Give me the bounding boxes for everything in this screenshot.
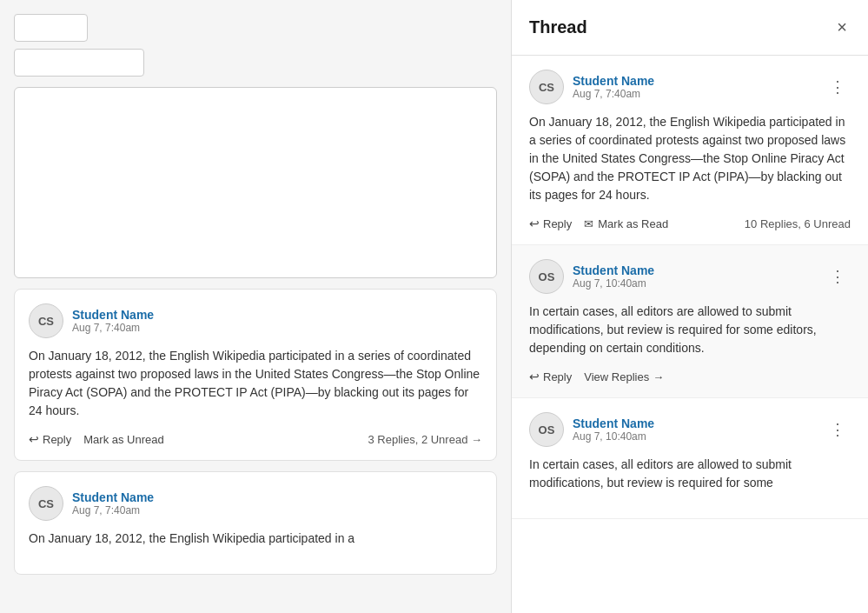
thread-student-time-1: Aug 7, 7:40am: [573, 88, 654, 100]
thread-reply-button-2[interactable]: ↩ Reply: [529, 370, 572, 383]
thread-msg-user-2: OS Student Name Aug 7, 10:40am: [529, 259, 654, 294]
thread-title: Thread: [529, 17, 587, 37]
thread-student-name-2: Student Name: [573, 263, 654, 277]
card-actions-1: ↩ Reply Mark as Unread 3 Replies, 2 Unre…: [29, 432, 482, 446]
thread-message-2: OS Student Name Aug 7, 10:40am ⋮ In cert…: [512, 245, 868, 398]
mark-unread-button-1[interactable]: Mark as Unread: [83, 433, 163, 446]
thread-message-1: CS Student Name Aug 7, 7:40am ⋮ On Janua…: [512, 56, 868, 245]
thread-student-name-3: Student Name: [573, 416, 654, 430]
input-row: [14, 14, 497, 77]
thread-avatar-1: CS: [529, 70, 564, 104]
avatar-1: CS: [29, 303, 63, 338]
message-card-2: CS Student Name Aug 7, 7:40am On January…: [14, 471, 497, 575]
more-options-button-3[interactable]: ⋮: [825, 420, 851, 439]
thread-msg-user-1: CS Student Name Aug 7, 7:40am: [529, 70, 654, 104]
thread-messages: CS Student Name Aug 7, 7:40am ⋮ On Janua…: [512, 56, 868, 613]
thread-msg-header-1: CS Student Name Aug 7, 7:40am ⋮: [529, 70, 851, 104]
more-options-button-1[interactable]: ⋮: [825, 77, 851, 97]
thread-header: Thread ×: [512, 0, 868, 56]
envelope-icon-1: ✉: [584, 217, 593, 230]
thread-msg-header-3: OS Student Name Aug 7, 10:40am ⋮: [529, 412, 851, 447]
input-field-1[interactable]: [14, 14, 88, 42]
thread-user-info-1: Student Name Aug 7, 7:40am: [573, 74, 654, 100]
thread-student-time-3: Aug 7, 10:40am: [573, 430, 654, 443]
thread-replies-count-1: 10 Replies, 6 Unread: [745, 217, 851, 230]
thread-reply-button-1[interactable]: ↩ Reply: [529, 217, 572, 230]
thread-msg-user-3: OS Student Name Aug 7, 10:40am: [529, 412, 654, 447]
view-replies-button-2[interactable]: View Replies →: [584, 370, 664, 383]
reply-icon-1: ↩: [29, 432, 39, 446]
message-card-1: CS Student Name Aug 7, 7:40am On January…: [14, 289, 497, 461]
more-options-button-2[interactable]: ⋮: [825, 267, 851, 286]
reply-button-1[interactable]: ↩ Reply: [29, 432, 71, 446]
thread-student-time-2: Aug 7, 10:40am: [573, 277, 654, 290]
thread-msg-body-2: In certain cases, all editors are allowe…: [529, 303, 851, 357]
thread-reply-icon-1: ↩: [529, 217, 540, 230]
thread-reply-icon-2: ↩: [529, 370, 540, 383]
thread-msg-header-2: OS Student Name Aug 7, 10:40am ⋮: [529, 259, 851, 294]
thread-msg-body-1: On January 18, 2012, the English Wikiped…: [529, 113, 851, 204]
thread-msg-body-3: In certain cases, all editors are allowe…: [529, 456, 851, 492]
thread-avatar-3: OS: [529, 412, 564, 447]
message-body-1: On January 18, 2012, the English Wikiped…: [29, 347, 482, 420]
student-name-2: Student Name: [72, 490, 154, 504]
thread-actions-2: ↩ Reply View Replies →: [529, 370, 851, 383]
compose-area[interactable]: [14, 87, 497, 278]
student-name-1: Student Name: [72, 308, 154, 322]
left-panel: CS Student Name Aug 7, 7:40am On January…: [0, 0, 511, 613]
card-header-2: CS Student Name Aug 7, 7:40am: [29, 486, 482, 521]
card-header-1: CS Student Name Aug 7, 7:40am: [29, 303, 482, 338]
thread-user-info-3: Student Name Aug 7, 10:40am: [573, 416, 654, 443]
thread-student-name-1: Student Name: [573, 74, 654, 88]
mark-read-button-1[interactable]: ✉ Mark as Read: [584, 217, 668, 230]
student-time-1: Aug 7, 7:40am: [72, 322, 154, 334]
thread-actions-1: ↩ Reply ✉ Mark as Read 10 Replies, 6 Unr…: [529, 217, 851, 230]
close-button[interactable]: ×: [833, 14, 851, 41]
student-time-2: Aug 7, 7:40am: [72, 504, 154, 516]
thread-message-3: OS Student Name Aug 7, 10:40am ⋮ In cert…: [512, 398, 868, 519]
message-body-2: On January 18, 2012, the English Wikiped…: [29, 530, 482, 548]
arrow-icon-1: →: [471, 433, 482, 446]
arrow-icon-2: →: [653, 370, 664, 383]
thread-avatar-2: OS: [529, 259, 564, 294]
input-field-2[interactable]: [14, 49, 144, 77]
replies-info-1: 3 Replies, 2 Unread →: [368, 433, 482, 446]
thread-user-info-2: Student Name Aug 7, 10:40am: [573, 263, 654, 290]
user-info-2: Student Name Aug 7, 7:40am: [72, 490, 154, 516]
user-info-1: Student Name Aug 7, 7:40am: [72, 308, 154, 334]
thread-panel: Thread × CS Student Name Aug 7, 7:40am ⋮…: [511, 0, 868, 613]
avatar-2: CS: [29, 486, 63, 521]
